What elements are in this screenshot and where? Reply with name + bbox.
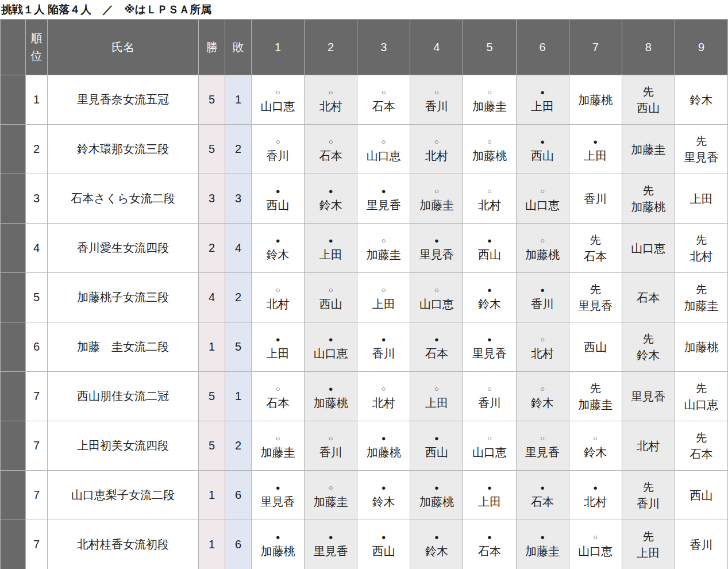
opponent-name: 加藤桃 [463,148,515,163]
player-name-cell: 西山朋佳女流二冠 [48,372,199,421]
table-row: 7 上田初美女流四段 5 2 ○加藤圭○香川●加藤桃●西山○山口恵○里見香○鈴木… [1,421,728,471]
opponent-name: 石本 [675,447,727,462]
loss-mark-icon: ● [252,236,304,245]
loss-mark-icon: ● [252,532,304,542]
win-mark-icon: ○ [410,87,463,97]
opponent-name: 西山 [675,488,727,503]
loss-mark-icon: ● [463,285,515,295]
result-cell: ●石本 [410,322,463,372]
result-cell: 西山 [675,471,727,520]
opponent-name: 西山 [357,544,410,559]
opponent-name: 里見香 [517,445,569,460]
opponent-name: 石本 [357,99,410,114]
opponent-name: 加藤圭 [463,99,515,114]
losses-cell: 6 [225,520,252,569]
result-cell: ○山口恵 [569,520,622,569]
opponent-name: 上田 [569,148,622,163]
row-accent-cell [1,322,26,372]
opponent-name: 石本 [252,395,304,410]
header-wins: 勝 [199,20,225,75]
result-cell: ○加藤桃 [463,125,516,174]
losses-cell: 5 [225,322,252,372]
result-cell: ●加藤桃 [305,372,357,421]
sente-label: 先 [569,233,622,247]
opponent-name: 鈴木 [357,494,410,509]
win-mark-icon: ○ [410,384,463,394]
sente-label: 先 [622,85,675,99]
loss-mark-icon: ● [410,433,463,443]
header-name: 氏名 [48,20,199,75]
loss-mark-icon: ● [517,87,569,97]
result-cell: ○北村 [357,372,410,421]
opponent-name: 石本 [410,346,463,361]
header-row: 順位 氏名 勝 敗 1 2 3 4 5 6 7 8 9 [1,20,728,75]
win-mark-icon: ○ [517,384,569,394]
losses-cell: 2 [225,421,252,471]
result-cell: ●鈴木 [252,224,305,273]
win-mark-icon: ○ [305,87,357,97]
table-row: 4 香川愛生女流四段 2 4 ●鈴木●上田○加藤圭●里見香●西山○加藤桃先石本山… [1,224,728,273]
opponent-name: 香川 [357,346,410,361]
win-mark-icon: ○ [463,186,515,196]
result-cell: ○山口恵 [252,75,305,125]
result-cell: ●加藤桃 [410,471,463,520]
opponent-name: 北村 [357,395,410,410]
row-accent-cell [1,421,26,471]
loss-mark-icon: ● [357,433,410,443]
loss-mark-icon: ● [357,532,410,542]
result-cell: ○香川 [410,75,463,125]
header-round-1: 1 [252,20,305,75]
result-cell: ○北村 [305,75,357,125]
opponent-name: 石本 [305,148,357,163]
opponent-name: 里見香 [622,389,675,404]
player-name-cell: 里見香奈女流五冠 [48,75,199,125]
opponent-name: 里見香 [252,494,304,509]
result-cell: ●鈴木 [410,520,463,569]
rank-cell: 7 [26,421,48,471]
result-cell: 西山 [569,322,622,372]
result-cell: ○山口恵 [516,174,569,224]
wins-cell: 5 [199,125,225,174]
result-cell: ●加藤桃 [357,421,410,471]
losses-cell: 6 [225,471,252,520]
header-round-4: 4 [410,20,463,75]
win-mark-icon: ○ [517,236,569,245]
opponent-name: 北村 [252,297,304,312]
player-name-cell: 北村桂香女流初段 [48,520,199,569]
loss-mark-icon: ● [517,137,569,147]
row-accent-cell [1,174,26,224]
result-cell: ○加藤圭 [252,421,305,471]
losses-cell: 2 [225,273,252,322]
header-round-5: 5 [463,20,516,75]
result-cell: ○石本 [305,125,357,174]
result-cell: 香川 [569,174,622,224]
result-cell: ●西山 [410,421,463,471]
sente-label: 先 [569,382,622,395]
player-name-cell: 石本さくら女流二段 [48,174,199,224]
opponent-name: 西山 [622,101,675,116]
wins-cell: 3 [199,174,225,224]
win-mark-icon: ○ [463,384,515,394]
result-cell: 先鈴木 [622,322,675,372]
result-cell: 加藤圭 [622,125,675,174]
opponent-name: 上田 [675,191,727,206]
table-row: 3 石本さくら女流二段 3 3 ●西山●鈴木●里見香○加藤圭○北村○山口恵香川先… [1,174,728,224]
win-mark-icon: ○ [357,87,410,97]
opponent-name: 加藤桃 [675,340,727,355]
loss-mark-icon: ● [410,335,463,344]
loss-mark-icon: ● [463,236,515,245]
wins-cell: 5 [199,372,225,421]
table-row: 5 加藤桃子女流三段 4 2 ○北村○西山○上田○山口恵●鈴木●香川先里見香石本… [1,273,728,322]
opponent-name: 鈴木 [569,445,622,460]
loss-mark-icon: ● [305,532,357,542]
result-cell: ○北村 [463,174,516,224]
loss-mark-icon: ● [252,186,304,196]
result-cell: ●西山 [516,125,569,174]
opponent-name: 加藤桃 [569,93,622,107]
opponent-name: 石本 [517,494,569,509]
sente-label: 先 [622,184,675,198]
result-cell: ●里見香 [305,520,357,569]
rank-cell: 7 [26,372,48,421]
wins-cell: 1 [199,322,225,372]
opponent-name: 西山 [410,445,463,460]
